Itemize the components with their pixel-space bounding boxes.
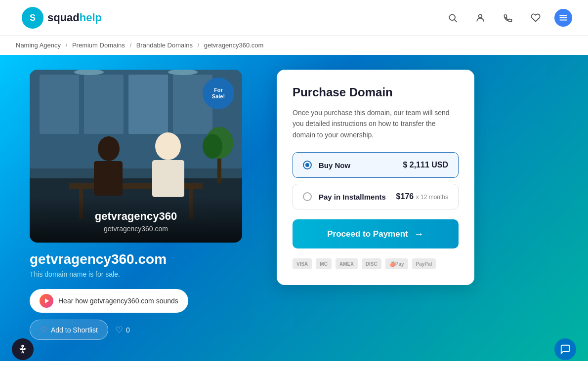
svg-point-20 bbox=[155, 132, 181, 160]
shortlist-button[interactable]: ♡ Add to Shortlist bbox=[30, 320, 108, 340]
installment-price-value: $176 bbox=[396, 192, 414, 201]
for-sale-line1: For bbox=[214, 87, 223, 93]
hear-button[interactable]: Hear how getvragency360.com sounds bbox=[30, 289, 188, 313]
amex-logo: AMEX bbox=[336, 258, 358, 269]
logo-text-help: help bbox=[80, 11, 102, 24]
left-column: For Sale! getvragency360 getvragency360.… bbox=[30, 70, 257, 340]
svg-line-3 bbox=[455, 19, 457, 22]
arrow-right-icon: → bbox=[414, 228, 424, 240]
svg-text:S: S bbox=[30, 13, 36, 23]
discover-logo: DISC bbox=[362, 258, 381, 269]
breadcrumb-brandable-domains[interactable]: Brandable Domains bbox=[136, 41, 193, 49]
breadcrumb-sep-1: / bbox=[66, 41, 69, 49]
chat-button[interactable] bbox=[554, 338, 576, 360]
buy-now-price: $ 2,111 USD bbox=[403, 161, 448, 169]
buy-now-radio bbox=[303, 161, 312, 169]
installment-label: Pay in Installments bbox=[319, 193, 386, 201]
paypal-logo: PayPal bbox=[412, 258, 436, 269]
search-icon[interactable] bbox=[444, 9, 462, 27]
svg-point-4 bbox=[479, 14, 482, 18]
logo[interactable]: S squadhelp bbox=[16, 3, 107, 33]
installment-months: x 12 months bbox=[416, 194, 448, 201]
header: S squadhelp bbox=[0, 0, 588, 36]
mastercard-logo: MC bbox=[316, 258, 332, 269]
like-count: ♡ 0 bbox=[115, 325, 130, 335]
svg-rect-11 bbox=[84, 75, 124, 134]
hear-button-label: Hear how getvragency360.com sounds bbox=[58, 297, 178, 305]
visa-logo: VISA bbox=[293, 258, 312, 269]
payment-logos: VISA MC AMEX DISC 🍎Pay PayPal bbox=[293, 258, 459, 269]
installment-price: $176 x 12 months bbox=[396, 192, 448, 201]
domain-subtitle: This domain name is for sale. bbox=[30, 270, 257, 278]
svg-rect-21 bbox=[152, 160, 184, 197]
svg-point-24 bbox=[203, 134, 222, 159]
logo-text-squad: squad bbox=[47, 11, 80, 24]
domain-name-overlay: getvragency360 bbox=[40, 210, 232, 223]
buy-now-left: Buy Now bbox=[303, 161, 350, 169]
heart-shortlist-icon: ♡ bbox=[40, 325, 47, 334]
accessibility-button[interactable] bbox=[12, 338, 34, 360]
menu-icon[interactable] bbox=[554, 9, 572, 27]
domain-url-overlay: getvragency360.com bbox=[40, 225, 232, 233]
user-icon[interactable] bbox=[471, 9, 489, 27]
domain-title: getvragency360.com bbox=[30, 251, 257, 267]
for-sale-line2: Sale! bbox=[212, 93, 225, 100]
squadhelp-logo-icon: S bbox=[21, 6, 44, 30]
buy-now-option[interactable]: Buy Now $ 2,111 USD bbox=[293, 152, 459, 178]
purchase-card: Purchase Domain Once you purchase this d… bbox=[277, 70, 474, 285]
installment-radio bbox=[303, 192, 312, 201]
installment-left: Pay in Installments bbox=[303, 192, 386, 201]
purchase-description: Once you purchase this domain, our team … bbox=[293, 107, 459, 140]
breadcrumb-sep-3: / bbox=[198, 41, 201, 49]
header-icons bbox=[444, 9, 572, 27]
domain-overlay: getvragency360 getvragency360.com bbox=[30, 195, 242, 243]
heart-icon[interactable] bbox=[527, 9, 545, 27]
svg-rect-12 bbox=[128, 75, 168, 134]
play-icon bbox=[40, 294, 53, 308]
phone-icon[interactable] bbox=[499, 9, 517, 27]
like-count-value: 0 bbox=[126, 326, 130, 334]
like-heart-icon: ♡ bbox=[115, 325, 123, 335]
svg-point-18 bbox=[98, 136, 120, 161]
domain-image-card: For Sale! getvragency360 getvragency360.… bbox=[30, 70, 242, 243]
breadcrumb-domain[interactable]: getvragency360.com bbox=[204, 41, 264, 49]
right-column: Purchase Domain Once you purchase this d… bbox=[277, 70, 474, 285]
for-sale-badge: For Sale! bbox=[203, 78, 234, 109]
breadcrumb-premium-domains[interactable]: Premium Domains bbox=[72, 41, 125, 49]
proceed-button-label: Proceed to Payment bbox=[327, 229, 408, 239]
main-content: For Sale! getvragency360 getvragency360.… bbox=[0, 55, 588, 361]
installment-option[interactable]: Pay in Installments $176 x 12 months bbox=[293, 184, 459, 209]
breadcrumb: Naming Agency / Premium Domains / Branda… bbox=[0, 36, 588, 55]
breadcrumb-sep-2: / bbox=[129, 41, 133, 49]
applepay-logo: 🍎Pay bbox=[385, 258, 408, 269]
svg-rect-19 bbox=[94, 161, 123, 196]
svg-rect-10 bbox=[40, 75, 79, 134]
shortlist-button-label: Add to Shortlist bbox=[51, 326, 98, 334]
buy-now-label: Buy Now bbox=[319, 161, 350, 169]
breadcrumb-naming-agency[interactable]: Naming Agency bbox=[16, 41, 61, 49]
proceed-to-payment-button[interactable]: Proceed to Payment → bbox=[293, 219, 459, 248]
purchase-title: Purchase Domain bbox=[293, 85, 459, 99]
action-buttons: Hear how getvragency360.com sounds ♡ Add… bbox=[30, 289, 257, 340]
svg-marker-27 bbox=[45, 298, 49, 303]
domain-image-bg: For Sale! getvragency360 getvragency360.… bbox=[30, 70, 242, 243]
